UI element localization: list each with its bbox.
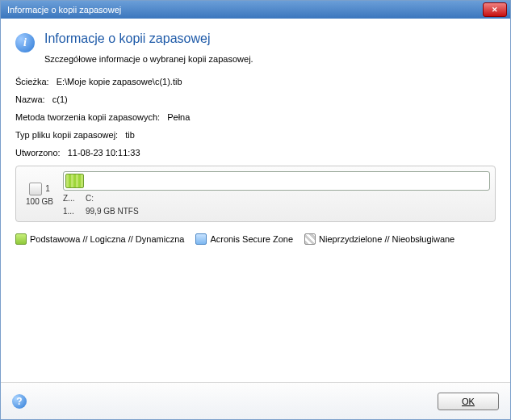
legend: Podstawowa // Logiczna // Dynamiczna Acr… <box>15 233 496 245</box>
path-label: Ścieżka: <box>15 77 49 86</box>
meta-right-2: 99,9 GB NTFS <box>86 206 139 216</box>
name-label: Nazwa: <box>15 94 45 104</box>
partition-meta: Z... C: <box>63 193 490 204</box>
created-value: 11-08-23 10:11:33 <box>68 148 140 158</box>
close-button[interactable]: ✕ <box>483 2 507 17</box>
filetype-label: Typ pliku kopii zapasowej: <box>15 130 118 140</box>
meta-left-1: Z... <box>63 193 79 204</box>
ok-button[interactable]: OK <box>438 393 499 410</box>
dialog-body: i Informacje o kopii zapasowej Szczegóło… <box>1 19 510 382</box>
disk-layout: 1 100 GB Z... C: 1... 99,9 GB NTFS <box>15 166 496 222</box>
field-created: Utworzono: 11-08-23 10:11:33 <box>15 148 496 158</box>
info-icon: i <box>15 33 35 52</box>
dialog-window: Informacje o kopii zapasowej ✕ i Informa… <box>0 0 511 420</box>
meta-right-1: C: <box>86 193 94 204</box>
ok-label: OK <box>462 397 475 406</box>
partition-free <box>86 174 488 188</box>
swatch-green-icon <box>15 233 27 245</box>
field-name: Nazwa: c(1) <box>15 94 496 104</box>
legend-unalloc-label: Nieprzydzielone // Nieobsługiwane <box>319 234 454 244</box>
page-title: Informacje o kopii zapasowej <box>44 32 253 46</box>
partition-meta-2: 1... 99,9 GB NTFS <box>63 206 490 216</box>
disk-partitions: Z... C: 1... 99,9 GB NTFS <box>63 171 490 216</box>
partition-bar[interactable] <box>63 171 490 191</box>
method-value: Pełna <box>167 112 190 122</box>
field-filetype: Typ pliku kopii zapasowej: tib <box>15 130 496 140</box>
method-label: Metoda tworzenia kopii zapasowych: <box>15 112 160 122</box>
header-block: i Informacje o kopii zapasowej Szczegóło… <box>15 32 496 64</box>
name-value: c(1) <box>52 94 68 104</box>
details-fields: Ścieżka: E:\Moje kopie zapasowe\c(1).tib… <box>15 77 496 158</box>
path-value: E:\Moje kopie zapasowe\c(1).tib <box>57 77 182 86</box>
field-method: Metoda tworzenia kopii zapasowych: Pełna <box>15 112 496 122</box>
disk-summary: 1 100 GB <box>21 171 58 216</box>
legend-asz-label: Acronis Secure Zone <box>210 234 293 244</box>
window-title: Informacje o kopii zapasowej <box>7 5 483 15</box>
swatch-hatch-icon <box>304 233 316 245</box>
page-subtitle: Szczegółowe informacje o wybranej kopii … <box>44 54 253 64</box>
swatch-blue-icon <box>195 233 207 245</box>
legend-basic: Podstawowa // Logiczna // Dynamiczna <box>15 233 184 245</box>
dialog-footer: ? OK <box>1 382 510 419</box>
meta-left-2: 1... <box>63 206 79 216</box>
titlebar: Informacje o kopii zapasowej ✕ <box>1 1 510 19</box>
field-path: Ścieżka: E:\Moje kopie zapasowe\c(1).tib <box>15 77 496 86</box>
disk-index: 1 <box>45 184 50 193</box>
created-label: Utworzono: <box>15 148 61 158</box>
disk-capacity: 100 GB <box>26 197 53 206</box>
header-text: Informacje o kopii zapasowej Szczegółowe… <box>44 32 253 64</box>
partition-used <box>65 174 84 188</box>
legend-unallocated: Nieprzydzielone // Nieobsługiwane <box>304 233 454 245</box>
legend-asz: Acronis Secure Zone <box>195 233 293 245</box>
legend-basic-label: Podstawowa // Logiczna // Dynamiczna <box>30 234 184 244</box>
filetype-value: tib <box>125 130 135 140</box>
disk-icon <box>29 183 42 195</box>
help-button[interactable]: ? <box>12 394 27 409</box>
